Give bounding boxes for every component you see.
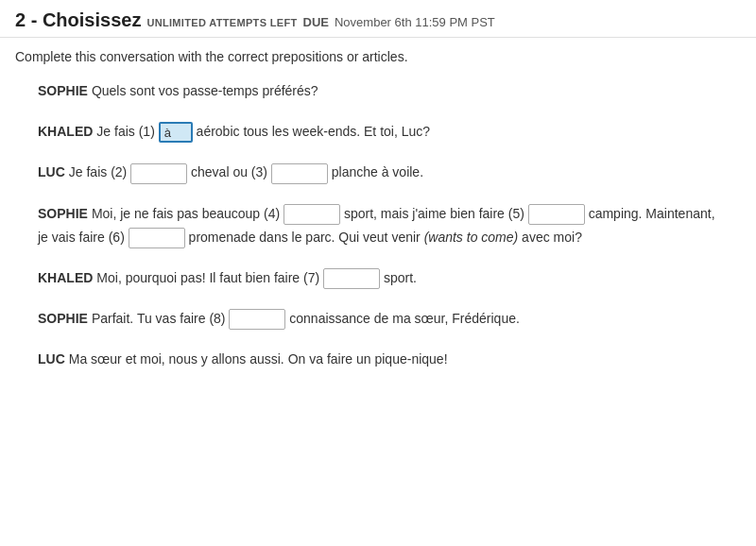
instructions-text: Complete this conversation with the corr… bbox=[0, 38, 756, 72]
speaker-label: SOPHIE bbox=[38, 83, 88, 98]
text-segment: avec moi? bbox=[518, 230, 582, 245]
fill-input-8[interactable] bbox=[229, 309, 285, 330]
speaker-label: LUC bbox=[38, 351, 65, 367]
text-segment: sport, mais j'aime bien faire (5) bbox=[340, 206, 528, 221]
fill-input-2[interactable] bbox=[130, 163, 187, 184]
conv-block-sophie-3: SOPHIEParfait. Tu vas faire (8) connaiss… bbox=[38, 307, 718, 331]
text-segment: promenade dans le parc. Qui veut venir bbox=[185, 230, 424, 245]
conv-block-sophie-2: SOPHIEMoi, je ne fais pas beaucoup (4) s… bbox=[38, 202, 718, 249]
fill-input-1[interactable] bbox=[159, 122, 193, 143]
fill-input-5[interactable] bbox=[528, 204, 585, 225]
speaker-label: SOPHIE bbox=[38, 311, 88, 326]
text-segment: cheval ou (3) bbox=[187, 164, 271, 179]
italic-text: (wants to come) bbox=[424, 230, 519, 245]
fill-input-7[interactable] bbox=[323, 268, 380, 289]
conv-block-luc-2: LUCMa sœur et moi, nous y allons aussi. … bbox=[38, 348, 718, 371]
text-segment: je vais faire (6) bbox=[38, 230, 129, 245]
speaker-label: SOPHIE bbox=[38, 206, 88, 221]
conversation-area: SOPHIEQuels sont vos passe-temps préféré… bbox=[0, 72, 756, 408]
fill-input-6[interactable] bbox=[129, 228, 185, 248]
text-segment: Quels sont vos passe-temps préférés? bbox=[92, 83, 318, 98]
due-date: November 6th 11:59 PM PST bbox=[335, 15, 495, 29]
due-label: DUE bbox=[303, 15, 329, 29]
text-segment: Je fais (1) bbox=[96, 124, 158, 139]
text-segment: Je fais (2) bbox=[69, 164, 130, 179]
speaker-label: LUC bbox=[38, 164, 65, 179]
page-title: 2 - Choisissez bbox=[15, 9, 141, 31]
page-header: 2 - Choisissez UNLIMITED ATTEMPTS LEFT D… bbox=[0, 0, 756, 38]
speaker-label: KHALED bbox=[38, 124, 93, 139]
speaker-label: KHALED bbox=[38, 270, 93, 285]
text-segment: Ma sœur et moi, nous y allons aussi. On … bbox=[69, 351, 448, 367]
text-segment: aérobic tous les week-ends. Et toi, Luc? bbox=[193, 124, 430, 139]
conv-block-luc-1: LUCJe fais (2) cheval ou (3) planche à v… bbox=[38, 161, 718, 184]
text-segment: camping. Maintenant, bbox=[585, 206, 715, 221]
text-segment: Moi, je ne fais pas beaucoup (4) bbox=[92, 206, 284, 221]
text-segment: connaissance de ma sœur, Frédérique. bbox=[285, 311, 519, 326]
text-segment: sport. bbox=[380, 270, 417, 285]
conv-block-khaled-1: KHALEDJe fais (1) aérobic tous les week-… bbox=[38, 120, 718, 144]
text-segment: Parfait. Tu vas faire (8) bbox=[92, 311, 230, 326]
fill-input-4[interactable] bbox=[284, 204, 340, 225]
conv-block-khaled-2: KHALEDMoi, pourquoi pas! Il faut bien fa… bbox=[38, 266, 718, 290]
text-segment: planche à voile. bbox=[328, 164, 423, 179]
conv-block-sophie-1: SOPHIEQuels sont vos passe-temps préféré… bbox=[38, 79, 718, 103]
text-segment: Moi, pourquoi pas! Il faut bien faire (7… bbox=[96, 270, 323, 285]
fill-input-3[interactable] bbox=[271, 163, 328, 184]
attempts-badge: UNLIMITED ATTEMPTS LEFT bbox=[146, 17, 297, 28]
